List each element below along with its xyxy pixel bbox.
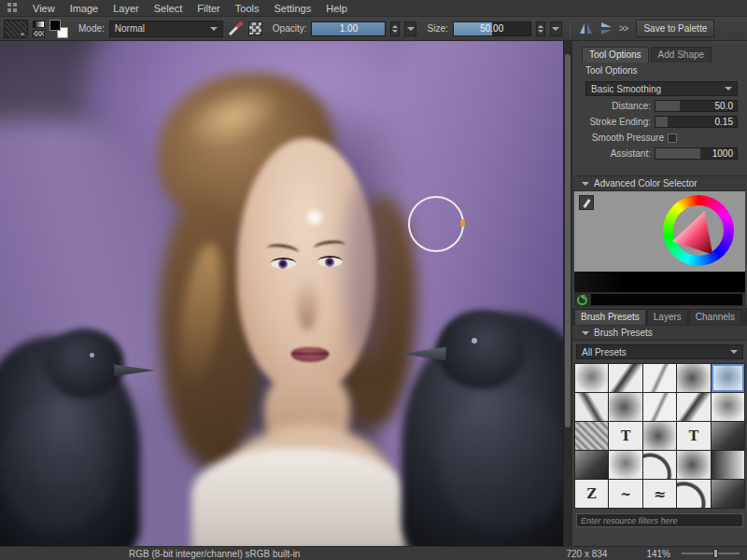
painting-forehead-light [304,207,325,228]
smooth-pressure-checkbox[interactable] [668,133,677,143]
tab-channels[interactable]: Channels [689,309,741,325]
advanced-color-selector-header[interactable]: Advanced Color Selector [572,175,747,191]
brush-preset-thumb[interactable] [609,393,641,421]
menu-layer[interactable]: Layer [113,3,139,14]
image-dimensions-text: 720 x 834 [566,549,607,559]
brush-preset-thumb[interactable]: T [677,422,710,450]
brush-preset-thumb[interactable] [575,451,608,479]
preserve-alpha-icon[interactable] [248,21,262,35]
menu-help[interactable]: Help [326,3,347,14]
brush-preset-thumb[interactable] [712,480,744,508]
tab-brush-presets[interactable]: Brush Presets [574,309,646,325]
spin-up-icon[interactable] [392,25,398,28]
collapse-icon[interactable] [582,182,589,186]
assistant-value: 1000 [712,148,733,160]
menu-image[interactable]: Image [70,3,99,14]
brush-preset-thumb[interactable] [643,393,676,421]
brush-presets-header[interactable]: Brush Presets [572,325,747,341]
brush-preset-thumb[interactable] [712,393,744,421]
chevron-down-icon [725,87,732,91]
size-slider[interactable]: 50.00 [453,21,531,36]
docker-panel: Tool Options Add Shape Tool Options Basi… [571,41,747,546]
menu-settings[interactable]: Settings [274,3,311,14]
app-grid-icon[interactable] [7,3,18,13]
paintbrush-icon[interactable] [228,21,244,36]
color-history-strip[interactable] [591,294,742,305]
save-to-palette-button[interactable]: Save to Palette [636,20,714,37]
toolbar-separator [570,21,571,37]
brush-preset-thumb[interactable] [575,422,608,450]
painting-raven-left-eye [90,353,94,357]
distance-row: Distance: 50.0 [578,100,738,112]
preset-filter-select[interactable]: All Presets [576,344,743,359]
brush-preset-thumb[interactable] [677,393,710,421]
toolbar-overflow-chevron[interactable]: >> [619,23,628,34]
spin-up-icon[interactable] [538,25,543,28]
zoom-slider[interactable] [682,549,740,558]
docker-tab-bar: Brush Presets Layers Channels [572,308,747,325]
spin-down-icon[interactable] [392,30,398,33]
brush-preset-thumb[interactable] [712,364,744,392]
pattern-chooser-icon[interactable] [33,30,45,37]
mirror-vertical-icon[interactable] [599,21,613,36]
blending-mode-select[interactable]: Normal [109,21,223,37]
brush-preset-thumb[interactable] [677,364,710,392]
resource-filter-input[interactable] [576,513,743,527]
mirror-horizontal-icon[interactable] [578,21,594,35]
size-dropdown-button[interactable] [550,21,562,36]
brush-preset-thumb[interactable] [609,364,641,392]
hue-ring[interactable] [663,195,734,266]
assistant-slider[interactable]: 1000 [655,147,738,160]
menu-tools[interactable]: Tools [235,3,260,14]
opacity-spinner[interactable] [390,21,400,36]
canvas[interactable] [0,41,571,546]
tab-layers[interactable]: Layers [647,309,688,325]
brush-preset-thumb[interactable] [609,451,641,479]
gradient-chooser-icon[interactable] [33,21,45,28]
brush-preset-thumb[interactable]: T [609,422,641,450]
tool-options-title: Tool Options [572,63,747,77]
advanced-color-selector[interactable] [574,191,745,272]
menu-view[interactable]: View [33,3,55,14]
zoom-slider-thumb[interactable] [713,549,718,558]
opacity-value: 1.00 [340,23,358,34]
tab-add-shape[interactable]: Add Shape [651,47,712,63]
brush-preset-thumb[interactable] [677,480,710,508]
brush-preset-thumb[interactable] [575,364,608,392]
brush-preset-thumb[interactable] [677,451,710,479]
menu-filter[interactable]: Filter [197,3,219,14]
brush-preset-thumb[interactable] [643,364,676,392]
menu-select[interactable]: Select [154,3,183,14]
opacity-slider[interactable]: 1.00 [311,21,386,36]
scrollbar-thumb[interactable] [565,54,571,427]
painting-lip-line [291,353,329,355]
canvas-vertical-scrollbar[interactable] [563,41,571,546]
stroke-ending-slider[interactable]: 0.15 [655,116,738,128]
brush-preset-thumb[interactable] [712,451,744,479]
collapse-icon[interactable] [582,331,589,335]
brush-preset-thumb[interactable]: ≈ [643,480,676,508]
painting-raven-right-eye [472,338,477,343]
painting-eye-left [271,258,296,269]
brush-preset-thumb[interactable] [712,422,744,450]
tab-tool-options[interactable]: Tool Options [582,47,649,63]
brush-preset-thumb[interactable] [575,393,608,421]
spin-down-icon[interactable] [538,30,543,33]
zoom-slider-groove [682,553,740,554]
brush-preset-thumb[interactable] [643,451,676,479]
distance-slider[interactable]: 50.0 [655,100,738,112]
opacity-dropdown-button[interactable] [404,21,416,36]
zoom-level-text: 141% [646,549,670,559]
color-selector-settings-button[interactable] [579,195,594,210]
brush-preset-thumb[interactable] [643,422,676,450]
refresh-icon[interactable] [577,295,587,305]
foreground-color-swatch[interactable] [49,20,61,31]
brush-preset-thumb[interactable]: ~ [609,480,641,508]
size-spinner[interactable] [536,21,545,36]
color-value-bar[interactable] [574,272,745,292]
brush-preset-chooser-button[interactable] [4,20,28,38]
brush-preset-thumb[interactable]: Z [575,480,608,508]
smoothing-mode-select[interactable]: Basic Smoothing [585,81,738,96]
foreground-background-color[interactable] [49,20,68,38]
assistant-row: Assistant: 1000 [578,147,738,160]
